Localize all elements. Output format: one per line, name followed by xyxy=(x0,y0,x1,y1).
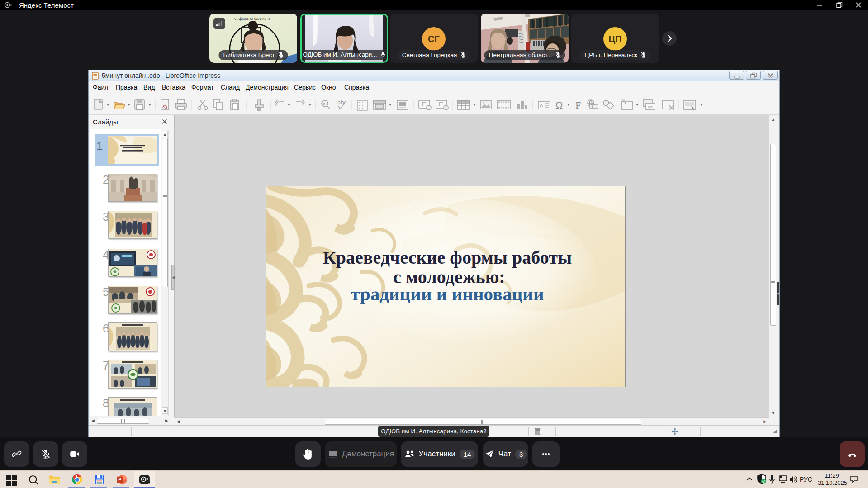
svg-text:a: a xyxy=(323,102,325,106)
svg-text:F: F xyxy=(575,99,581,111)
svg-text:традиции и инновации: традиции и инновации xyxy=(351,284,544,304)
svg-text:с ,фкватю фвыкв н: с ,фкватю фвыкв н xyxy=(234,16,270,21)
svg-text:A: A xyxy=(540,103,543,108)
svg-text:abc: abc xyxy=(337,99,347,106)
svg-text:P: P xyxy=(118,477,121,482)
svg-text:Краеведческие формы работы: Краеведческие формы работы xyxy=(323,247,572,268)
svg-text:Ω: Ω xyxy=(555,99,563,111)
